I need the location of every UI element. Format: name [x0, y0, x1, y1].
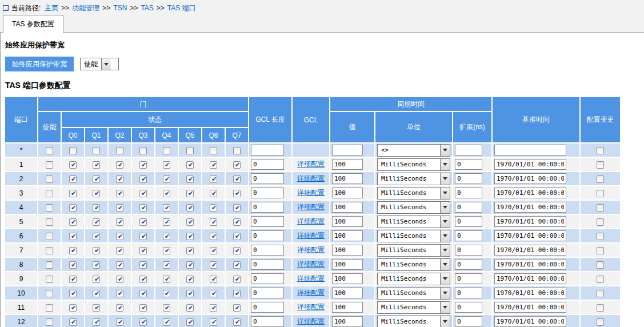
select-dropdown-button[interactable]	[440, 159, 450, 170]
queue-q2-checkbox[interactable]	[116, 204, 123, 212]
gate-enable-checkbox[interactable]	[46, 190, 53, 197]
queue-q0-checkbox[interactable]	[69, 176, 77, 183]
tab-tas-param-config[interactable]: TAS 参数配置	[3, 15, 63, 33]
queue-q6-checkbox[interactable]	[210, 318, 217, 326]
config-change-checkbox[interactable]	[597, 147, 604, 154]
queue-q1-checkbox[interactable]	[93, 290, 100, 297]
queue-q7-checkbox[interactable]	[233, 218, 241, 226]
queue-q6-checkbox[interactable]	[210, 204, 217, 212]
queue-q1-checkbox[interactable]	[93, 261, 100, 269]
cycle-extension-input[interactable]	[455, 245, 482, 256]
queue-q3-checkbox[interactable]	[139, 247, 147, 254]
apply-protect-bandwidth-button[interactable]: 始终应用保护带宽	[5, 57, 74, 71]
cycle-unit-select[interactable]: MilliSeconds	[377, 244, 450, 257]
queue-q2-checkbox[interactable]	[116, 190, 123, 197]
select-dropdown-button[interactable]	[440, 273, 450, 285]
base-time-input[interactable]	[494, 173, 566, 184]
queue-q3-checkbox[interactable]	[139, 218, 147, 226]
queue-q6-checkbox[interactable]	[210, 147, 217, 154]
queue-q4-checkbox[interactable]	[163, 147, 170, 154]
base-time-input[interactable]	[494, 216, 566, 227]
queue-q3-checkbox[interactable]	[139, 147, 147, 154]
gcl-length-input[interactable]	[251, 302, 284, 313]
cycle-extension-input[interactable]	[455, 302, 482, 313]
queue-q2-checkbox[interactable]	[116, 233, 123, 240]
gcl-detail-config-link[interactable]: 详细配置	[297, 189, 325, 197]
base-time-input[interactable]	[494, 188, 566, 198]
cycle-unit-select[interactable]: MilliSeconds	[377, 187, 450, 200]
queue-q4-checkbox[interactable]	[163, 276, 170, 283]
breadcrumb-link-tas-port[interactable]: TAS 端口	[167, 3, 196, 13]
cycle-extension-input[interactable]	[455, 259, 482, 270]
queue-q4-checkbox[interactable]	[163, 247, 170, 254]
queue-q5-checkbox[interactable]	[186, 176, 194, 183]
cycle-extension-input[interactable]	[455, 188, 482, 198]
cycle-value-input[interactable]	[332, 173, 363, 184]
queue-q1-checkbox[interactable]	[93, 318, 100, 326]
gcl-detail-config-link[interactable]: 详细配置	[297, 303, 325, 311]
cycle-unit-select[interactable]: MilliSeconds	[377, 216, 450, 228]
cycle-value-input[interactable]	[332, 230, 363, 241]
queue-q0-checkbox[interactable]	[69, 218, 77, 226]
queue-q7-checkbox[interactable]	[233, 161, 241, 169]
queue-q1-checkbox[interactable]	[93, 190, 100, 197]
queue-q1-checkbox[interactable]	[93, 147, 100, 154]
queue-q2-checkbox[interactable]	[116, 147, 123, 154]
cycle-value-input[interactable]	[332, 302, 363, 313]
config-change-checkbox[interactable]	[597, 233, 604, 240]
queue-q0-checkbox[interactable]	[69, 190, 77, 197]
select-dropdown-button[interactable]	[440, 202, 450, 213]
gcl-length-input[interactable]	[251, 288, 284, 298]
queue-q1-checkbox[interactable]	[93, 247, 100, 254]
breadcrumb-link-function-mgmt[interactable]: 功能管理	[72, 3, 99, 13]
queue-q4-checkbox[interactable]	[163, 204, 170, 212]
queue-q0-checkbox[interactable]	[69, 204, 77, 212]
gcl-detail-config-link[interactable]: 详细配置	[297, 203, 325, 211]
queue-q3-checkbox[interactable]	[139, 161, 147, 169]
base-time-input[interactable]	[494, 245, 566, 256]
queue-q3-checkbox[interactable]	[139, 318, 147, 326]
cycle-extension-input[interactable]	[455, 202, 482, 213]
config-change-checkbox[interactable]	[597, 290, 604, 297]
queue-q1-checkbox[interactable]	[93, 204, 100, 212]
gate-enable-checkbox[interactable]	[46, 233, 53, 240]
gcl-detail-config-link[interactable]: 详细配置	[297, 246, 325, 254]
cycle-unit-select[interactable]: MilliSeconds	[377, 201, 450, 214]
queue-q5-checkbox[interactable]	[186, 276, 194, 283]
queue-q4-checkbox[interactable]	[163, 161, 170, 169]
gcl-length-input[interactable]	[251, 216, 284, 227]
cycle-value-input[interactable]	[332, 316, 363, 327]
queue-q7-checkbox[interactable]	[233, 247, 241, 254]
queue-q7-checkbox[interactable]	[233, 261, 241, 269]
queue-q6-checkbox[interactable]	[210, 290, 217, 297]
gcl-length-input[interactable]	[251, 159, 284, 170]
config-change-checkbox[interactable]	[597, 247, 604, 254]
gcl-length-input[interactable]	[251, 316, 284, 327]
queue-q4-checkbox[interactable]	[163, 176, 170, 183]
gcl-length-input[interactable]	[251, 202, 284, 213]
cycle-extension-input[interactable]	[455, 288, 482, 298]
base-time-input[interactable]	[494, 288, 566, 298]
queue-q3-checkbox[interactable]	[139, 261, 147, 269]
gate-enable-checkbox[interactable]	[46, 161, 53, 169]
queue-q0-checkbox[interactable]	[69, 147, 77, 154]
queue-q5-checkbox[interactable]	[186, 318, 194, 326]
gate-enable-checkbox[interactable]	[46, 204, 53, 212]
cycle-extension-input[interactable]	[455, 145, 482, 155]
base-time-input[interactable]	[494, 259, 566, 270]
queue-q2-checkbox[interactable]	[116, 304, 123, 312]
queue-q3-checkbox[interactable]	[139, 176, 147, 183]
queue-q3-checkbox[interactable]	[139, 290, 147, 297]
queue-q2-checkbox[interactable]	[116, 247, 123, 254]
queue-q4-checkbox[interactable]	[163, 218, 170, 226]
gate-enable-checkbox[interactable]	[46, 276, 53, 283]
queue-q4-checkbox[interactable]	[163, 261, 170, 269]
gate-enable-checkbox[interactable]	[46, 290, 53, 297]
gcl-detail-config-link[interactable]: 详细配置	[297, 160, 325, 168]
gcl-length-input[interactable]	[251, 230, 284, 241]
cycle-value-input[interactable]	[332, 245, 363, 256]
queue-q6-checkbox[interactable]	[210, 190, 217, 197]
gcl-detail-config-link[interactable]: 详细配置	[297, 217, 325, 225]
cycle-unit-select[interactable]: MilliSeconds	[377, 158, 450, 171]
queue-q5-checkbox[interactable]	[186, 247, 194, 254]
